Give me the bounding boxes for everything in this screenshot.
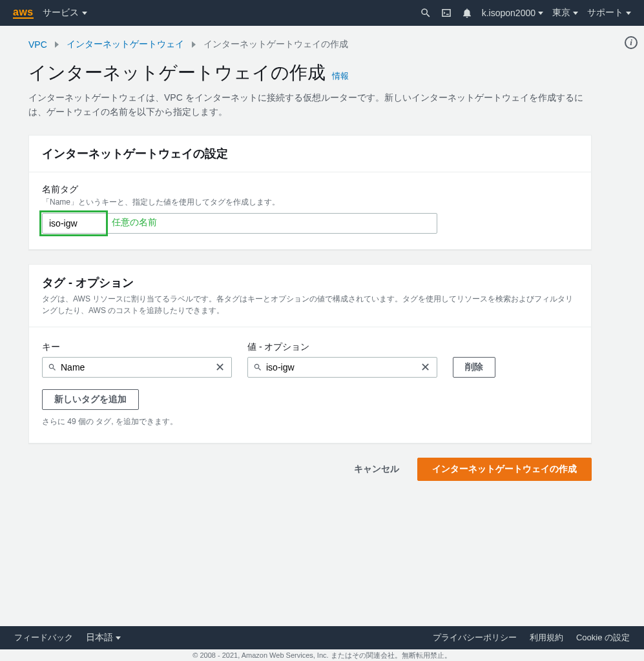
footer: フィードバック 日本語 プライバシーポリシー 利用規約 Cookie の設定 (0, 626, 644, 649)
privacy-link[interactable]: プライバシーポリシー (433, 632, 517, 644)
settings-panel-title: インターネットゲートウェイの設定 (42, 146, 578, 161)
name-tag-label: 名前タグ (42, 184, 578, 196)
breadcrumb-current: インターネットゲートウェイの作成 (203, 39, 348, 50)
services-label: サービス (43, 7, 79, 19)
top-nav: aws サービス k.isopon2000 東京 サポート (0, 0, 644, 26)
bell-icon[interactable] (461, 7, 473, 19)
delete-tag-button[interactable]: 削除 (453, 357, 495, 378)
chevron-right-icon (191, 39, 197, 50)
support-menu[interactable]: サポート (587, 7, 631, 19)
tag-key-input[interactable] (57, 362, 214, 372)
region-label: 東京 (552, 7, 570, 19)
aws-logo[interactable]: aws (13, 8, 34, 19)
tags-panel: タグ - オプション タグは、AWS リソースに割り当てるラベルです。各タグはキ… (28, 264, 592, 443)
caret-down-icon (626, 12, 631, 15)
services-menu[interactable]: サービス (43, 7, 87, 19)
cloudshell-icon[interactable] (441, 7, 452, 19)
page-title: インターネットゲートウェイの作成 (28, 63, 326, 83)
search-icon[interactable] (420, 7, 431, 19)
caret-down-icon (82, 12, 87, 15)
tags-panel-description: タグは、AWS リソースに割り当てるラベルです。各タグはキーとオプションの値で構… (42, 293, 578, 316)
tag-value-input[interactable] (262, 362, 419, 372)
caret-down-icon (538, 12, 543, 15)
page-description: インターネットゲートウェイは、VPC をインターネットに接続する仮想ルーターです… (28, 90, 590, 119)
cancel-button[interactable]: キャンセル (346, 458, 407, 480)
tag-value-label: 値 - オプション (247, 341, 437, 353)
settings-panel: インターネットゲートウェイの設定 名前タグ 「Name」というキーと、指定した値… (28, 135, 592, 250)
tags-panel-title: タグ - オプション (42, 275, 578, 290)
language-menu[interactable]: 日本語 (86, 632, 121, 644)
info-icon[interactable]: i (625, 36, 638, 49)
support-label: サポート (587, 7, 623, 19)
create-button[interactable]: インターネットゲートウェイの作成 (417, 458, 592, 481)
language-label: 日本語 (86, 632, 113, 644)
account-label: k.isopon2000 (482, 8, 535, 18)
name-tag-help: 「Name」というキーと、指定した値を使用してタグを作成します。 (42, 197, 578, 208)
tag-limit-text: さらに 49 個の タグ, を追加できます。 (42, 416, 578, 427)
tag-key-label: キー (42, 341, 232, 353)
feedback-link[interactable]: フィードバック (14, 632, 73, 644)
clear-icon[interactable]: ✕ (214, 361, 226, 373)
main-content: VPC インターネットゲートウェイ インターネットゲートウェイの作成 インターネ… (0, 26, 618, 635)
terms-link[interactable]: 利用規約 (530, 632, 563, 644)
breadcrumb-igw[interactable]: インターネットゲートウェイ (67, 39, 184, 50)
caret-down-icon (116, 636, 121, 640)
tag-value-input-wrapper: ✕ (247, 357, 437, 378)
breadcrumb-vpc[interactable]: VPC (28, 39, 47, 50)
tag-key-input-wrapper: ✕ (42, 357, 232, 378)
cookie-link[interactable]: Cookie の設定 (576, 632, 630, 644)
clear-icon[interactable]: ✕ (419, 361, 431, 373)
info-link[interactable]: 情報 (332, 71, 349, 81)
add-tag-button[interactable]: 新しいタグを追加 (42, 389, 139, 410)
right-rail: i (618, 26, 644, 635)
region-menu[interactable]: 東京 (552, 7, 578, 19)
breadcrumb: VPC インターネットゲートウェイ インターネットゲートウェイの作成 (28, 39, 603, 50)
copyright-text: © 2008 - 2021, Amazon Web Services, Inc.… (0, 649, 644, 661)
search-icon (253, 363, 262, 372)
account-menu[interactable]: k.isopon2000 (482, 8, 543, 18)
action-bar: キャンセル インターネットゲートウェイの作成 (28, 458, 592, 481)
chevron-right-icon (54, 39, 60, 50)
name-tag-input[interactable] (42, 213, 437, 234)
search-icon (48, 363, 57, 372)
caret-down-icon (573, 12, 578, 15)
